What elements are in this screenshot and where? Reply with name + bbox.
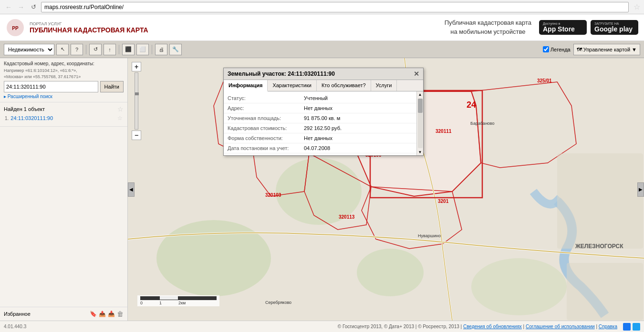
forward-button[interactable]: → [16, 2, 26, 12]
popup-val-date: 04.07.2008 [304, 145, 330, 151]
popup-val-area: 91 875.00 кв. м [304, 115, 340, 121]
scroll-track [418, 99, 423, 148]
zoom-bar[interactable] [135, 72, 138, 130]
popup-val-cost: 292 162.50 руб. [304, 125, 342, 131]
bookmark-button[interactable]: ☆ [634, 2, 640, 11]
popup-scrollbar[interactable]: ▲ ▼ [416, 91, 423, 155]
popup-close-button[interactable]: ✕ [414, 70, 419, 78]
help-link[interactable]: Справка [599, 324, 617, 329]
main-layout: Кадастровый номер, адрес, координаты: На… [0, 58, 644, 321]
scale-line [140, 296, 217, 300]
footer: 4.01.440.3 © Госгисцентр 2013, © Дата+ 2… [0, 321, 644, 332]
label-320111: 320111 [436, 129, 451, 134]
scale-label-2km: 2км [178, 301, 217, 305]
label-325-01: 325/01 [537, 78, 552, 83]
back-button[interactable]: ← [4, 2, 13, 12]
measure-tool[interactable]: ⬛ [122, 44, 135, 55]
svg-point-6 [471, 258, 567, 315]
measure2-tool[interactable]: ⬜ [136, 44, 149, 55]
tab-characteristics[interactable]: Характеристики [268, 80, 317, 91]
header-title-block: ПОРТАЛ УСЛУГ ПУБЛИЧНАЯ КАДАСТРОВАЯ КАРТА [30, 21, 148, 34]
browser-bar: ← → ↺ ☆ [0, 0, 644, 14]
appstore-badge[interactable]: Доступно в App Store [539, 20, 587, 35]
agreement-link[interactable]: Соглашение об использовании [526, 324, 595, 329]
sidebar: Кадастровый номер, адрес, координаты: На… [0, 58, 128, 321]
label-24: 24 [467, 100, 476, 110]
scale-labels: 0 1 2км [140, 301, 217, 305]
googleplay-name: Google play [594, 25, 634, 33]
svg-point-5 [357, 249, 424, 296]
scroll-down-arrow[interactable]: ▼ [417, 149, 423, 155]
refresh-tool[interactable]: ↺ [89, 44, 102, 55]
result-cadastral-number[interactable]: 24:11:0320111:90 [10, 115, 53, 121]
popup-row-date: Дата постановки на учет: 04.07.2008 [224, 143, 423, 153]
search-row: Найти [4, 81, 124, 92]
twitter-icon[interactable] [633, 323, 640, 331]
popup-val-address: Нет данных [304, 105, 332, 111]
popup-val-ownership: Нет данных [304, 135, 332, 141]
svg-point-4 [276, 158, 362, 225]
updates-link[interactable]: Сведения об обновлениях [463, 324, 522, 329]
advanced-search-link[interactable]: ▸ Расширенный поиск [4, 94, 124, 99]
cursor-tool[interactable]: ↖ [56, 44, 69, 55]
popup-val-status: Учтенный [304, 95, 328, 101]
main-toolbar: Недвижимость ↖ ? ↺ ↑ ⬛ ⬜ 🖨 🔧 Легенда 🗺 У… [0, 41, 644, 58]
result-number: 1. [5, 116, 9, 121]
search-label: Кадастровый номер, адрес, координаты: [4, 61, 124, 66]
favorites-delete-button[interactable]: 🗑 [117, 310, 124, 318]
result-item[interactable]: 1. 24:11:0320111:90 ☆ [4, 113, 124, 123]
popup-row-cost: Кадастровая стоимость: 292 162.50 руб. [224, 123, 423, 133]
zoom-handle [135, 92, 139, 95]
favorites-label: Избранное [4, 311, 31, 317]
scroll-up-arrow[interactable]: ▲ [417, 91, 423, 98]
results-count: Найден 1 объект [4, 106, 45, 112]
search-hint: Например «61:6:10104:12», «61:6:*», «Мос… [4, 68, 124, 80]
popup-key-ownership: Форма собственности: [228, 135, 304, 141]
panel-collapse-arrow[interactable]: ◀ [128, 182, 135, 197]
scale-seg-3 [178, 296, 217, 300]
copyright-text: © Госгисцентр 2013, © Дата+ 2013 | © Рос… [338, 324, 617, 329]
reload-button[interactable]: ↺ [29, 2, 38, 12]
popup-content: Статус: Учтенный Адрес: Нет данных Уточн… [224, 91, 423, 155]
googleplay-badge[interactable]: ЗАГРУЗИТЕ НА Google play [591, 20, 638, 35]
favorites-icons: 🔖 📤 📥 🗑 [90, 310, 124, 318]
results-section: Найден 1 объект ☆ 1. 24:11:0320111:90 ☆ [0, 102, 127, 127]
manage-map-button[interactable]: 🗺 Управление картой ▼ [573, 44, 640, 55]
version-label: 4.01.440.3 [4, 324, 26, 329]
search-button[interactable]: Найти [100, 81, 124, 92]
tab-who-serves[interactable]: Кто обслуживает? [317, 80, 371, 91]
map-area[interactable]: + − ◀ 320105 320104 11 320106 320111 320… [128, 58, 644, 321]
zoom-out-button[interactable]: − [132, 131, 141, 140]
popup-key-status: Статус: [228, 95, 304, 101]
results-star-icon: ☆ [117, 105, 124, 113]
search-input[interactable] [4, 81, 98, 92]
mobile-map-text: Публичная кадастровая картана мобильном … [445, 19, 531, 36]
scroll-thumb [418, 99, 423, 113]
facebook-icon[interactable] [623, 323, 631, 331]
popup-row-status: Статус: Учтенный [224, 93, 423, 103]
tab-information[interactable]: Информация [224, 80, 268, 91]
popup-key-area: Уточненная площадь: [228, 115, 304, 121]
label-3201: 3201 [438, 199, 448, 204]
info-tool[interactable]: ? [71, 44, 83, 55]
object-type-dropdown[interactable]: Недвижимость [4, 44, 54, 55]
legend-checkbox-label[interactable]: Легенда [543, 46, 571, 52]
popup-row-area: Уточненная площадь: 91 875.00 кв. м [224, 113, 423, 123]
favorites-export-button[interactable]: 📤 [99, 311, 106, 317]
svg-text:РР: РР [12, 26, 19, 31]
address-bar[interactable] [41, 2, 629, 12]
legend-checkbox[interactable] [543, 46, 549, 52]
label-barabanovo: Барабаново [470, 121, 495, 126]
pan-tool[interactable]: ↑ [104, 44, 116, 55]
settings-tool[interactable]: 🔧 [169, 44, 182, 55]
scale-label-1: 1 [159, 301, 178, 305]
tab-services[interactable]: Услуги [371, 80, 397, 91]
scale-bar: 0 1 2км [137, 295, 219, 306]
zoom-in-button[interactable]: + [132, 62, 141, 71]
right-expand-arrow[interactable]: ▶ [637, 182, 644, 197]
appstore-name: App Store [543, 25, 583, 33]
print-tool[interactable]: 🖨 [155, 44, 167, 55]
favorites-import-button[interactable]: 📥 [108, 311, 115, 317]
label-nuvarshino: Нуваршино [418, 233, 441, 238]
favorites-add-button[interactable]: 🔖 [90, 311, 97, 317]
